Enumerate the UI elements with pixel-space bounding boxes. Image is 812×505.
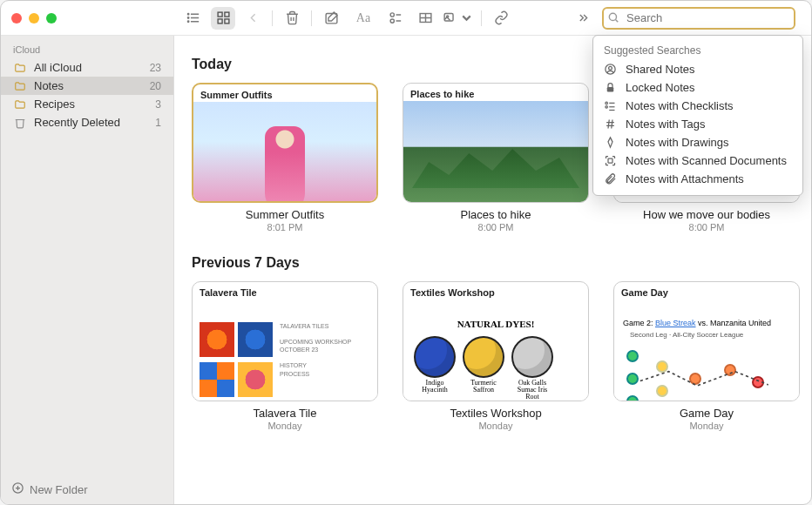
thumb-body-text: TALAVERA TILES UPCOMING WORKSHOP OCTOBER…: [280, 322, 372, 378]
search-icon: [607, 11, 619, 27]
note-card[interactable]: Game Day Game 2: Blue Streak vs. Manzani…: [613, 281, 800, 431]
note-name: Summer Outfits: [192, 208, 378, 221]
close-window-button[interactable]: [11, 13, 22, 24]
sidebar-item-label: All iCloud: [34, 61, 143, 74]
title-bar: Aa: [1, 1, 811, 36]
folder-icon: [13, 98, 27, 111]
note-time: Monday: [192, 421, 378, 431]
checklist-icon: [604, 99, 617, 112]
suggested-search-drawings[interactable]: Notes with Drawings: [593, 133, 802, 152]
plus-circle-icon: [11, 481, 24, 497]
note-name: Places to hike: [403, 208, 589, 221]
note-name: Game Day: [613, 407, 800, 420]
search-input[interactable]: [602, 7, 795, 30]
suggested-search-attachments[interactable]: Notes with Attachments: [593, 170, 802, 188]
svg-point-30: [606, 106, 608, 109]
svg-rect-8: [218, 19, 222, 24]
svg-point-5: [187, 21, 188, 22]
sidebar-count: 1: [155, 117, 161, 129]
thumb-image: TALAVERA TILES UPCOMING WORKSHOP OCTOBER…: [193, 300, 377, 401]
suggested-search-scanned[interactable]: Notes with Scanned Documents: [593, 152, 802, 170]
gallery-view-button[interactable]: [211, 7, 235, 30]
sidebar-item-notes[interactable]: Notes 20: [1, 77, 173, 95]
svg-point-13: [390, 19, 394, 23]
note-thumb: Summer Outfits: [192, 83, 378, 203]
new-note-button[interactable]: [319, 7, 343, 30]
lock-icon: [604, 81, 617, 94]
svg-rect-7: [224, 12, 228, 17]
thumb-image: [403, 101, 588, 202]
suggested-search-checklists[interactable]: Notes with Checklists: [593, 97, 802, 115]
back-button[interactable]: [240, 7, 265, 30]
checklist-button[interactable]: [383, 7, 408, 30]
sidebar-item-label: Recipes: [34, 98, 148, 111]
minimize-window-button[interactable]: [29, 13, 39, 24]
list-view-button[interactable]: [181, 7, 206, 30]
thumb-title: Textiles Workshop: [410, 287, 495, 298]
note-card[interactable]: Textiles Workshop NATURAL DYES! Indigo H…: [403, 281, 589, 431]
note-time: Monday: [613, 421, 800, 431]
sidebar-item-all-icloud[interactable]: All iCloud 23: [1, 58, 173, 77]
delete-button[interactable]: [280, 7, 304, 30]
media-button[interactable]: [443, 7, 474, 30]
note-thumb: Textiles Workshop NATURAL DYES! Indigo H…: [403, 281, 589, 401]
separator: [311, 10, 312, 26]
sidebar-item-label: Notes: [34, 79, 143, 92]
svg-rect-9: [224, 19, 228, 24]
sidebar: iCloud All iCloud 23 Notes 20 Recipes 3 …: [1, 36, 174, 504]
suggested-search-tags[interactable]: Notes with Tags: [593, 115, 802, 133]
new-folder-button[interactable]: New Folder: [1, 475, 173, 504]
svg-line-36: [612, 120, 612, 129]
note-card[interactable]: Talavera Tile TALAVERA TILES UPCOMING WO…: [192, 281, 378, 431]
sidebar-count: 23: [150, 62, 161, 74]
paperclip-icon: [604, 172, 617, 185]
suggested-searches-popup: Suggested Searches Shared Notes Locked N…: [592, 35, 803, 196]
popup-title: Suggested Searches: [593, 41, 802, 60]
person-circle-icon: [604, 63, 617, 76]
pencil-tip-icon: [604, 136, 617, 149]
thumb-heading: NATURAL DYES!: [457, 319, 535, 329]
table-button[interactable]: [413, 7, 437, 30]
note-name: How we move our bodies: [613, 208, 800, 221]
link-button[interactable]: [489, 7, 513, 30]
thumb-title: Places to hike: [410, 89, 474, 99]
hash-icon: [604, 118, 617, 131]
svg-point-3: [187, 14, 188, 15]
note-thumb: Game Day Game 2: Blue Streak vs. Manzani…: [613, 281, 800, 401]
thumb-title: Game Day: [621, 287, 668, 298]
folder-icon: [13, 80, 27, 92]
suggested-search-locked[interactable]: Locked Notes: [593, 78, 802, 97]
thumb-image: Game 2: Blue Streak vs. Manzanita United…: [614, 300, 799, 401]
sidebar-item-recently-deleted[interactable]: Recently Deleted 1: [1, 113, 173, 131]
note-time: 8:01 PM: [192, 222, 378, 232]
format-button[interactable]: Aa: [348, 7, 378, 30]
folder-icon: [13, 62, 27, 74]
prev7-grid: Talavera Tile TALAVERA TILES UPCOMING WO…: [192, 281, 794, 431]
separator: [272, 10, 273, 26]
thumb-image: [193, 102, 376, 201]
svg-rect-6: [218, 12, 222, 17]
note-name: Talavera Tile: [192, 407, 378, 420]
svg-point-28: [606, 102, 608, 104]
note-card[interactable]: Summer Outfits Summer Outfits 8:01 PM: [192, 83, 378, 232]
sidebar-item-recipes[interactable]: Recipes 3: [1, 95, 173, 113]
note-time: 8:00 PM: [403, 222, 589, 232]
separator: [481, 10, 482, 26]
more-toolbar-button[interactable]: [572, 7, 597, 30]
toolbar: Aa: [174, 7, 811, 30]
note-card[interactable]: Places to hike Places to hike 8:00 PM: [403, 83, 589, 232]
zoom-window-button[interactable]: [46, 13, 57, 24]
sidebar-item-label: Recently Deleted: [34, 116, 148, 129]
svg-line-21: [616, 19, 619, 22]
trash-icon: [13, 117, 27, 129]
thumb-image: NATURAL DYES! Indigo Hyacinth Turmeric S…: [403, 300, 588, 401]
viewfinder-icon: [604, 154, 617, 167]
window-controls: [1, 13, 174, 24]
note-time: Monday: [403, 421, 589, 431]
suggested-search-shared[interactable]: Shared Notes: [593, 60, 802, 78]
note-name: Textiles Workshop: [403, 407, 589, 420]
note-time: 8:00 PM: [613, 222, 800, 232]
section-prev7-title: Previous 7 Days: [192, 255, 794, 271]
svg-rect-27: [607, 87, 614, 92]
search-container: [602, 7, 795, 30]
